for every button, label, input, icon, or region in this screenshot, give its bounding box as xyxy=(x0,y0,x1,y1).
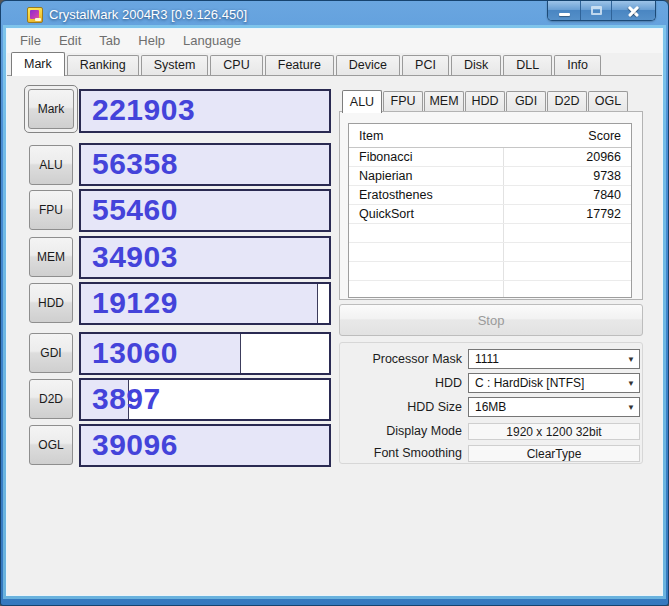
score-box-mem: 34903 xyxy=(79,236,331,279)
hdd-button[interactable]: HDD xyxy=(29,283,73,323)
hdd-label: HDD xyxy=(340,373,462,393)
minimize-icon xyxy=(559,13,570,16)
main-tabstrip: Mark Ranking System CPU Feature Device P… xyxy=(7,53,662,76)
stop-button[interactable]: Stop xyxy=(339,304,643,336)
table-row-empty xyxy=(349,262,631,281)
settings-groupbox: Processor Mask 1111 ▼ HDD C : HardDisk [… xyxy=(339,342,643,464)
gdi-button[interactable]: GDI xyxy=(29,333,73,373)
result-list[interactable]: Item Score Fibonacci 20966 Napierian 973… xyxy=(348,123,632,298)
hdd-combo[interactable]: C : HardDisk [NTFS] ▼ xyxy=(468,373,640,393)
menu-tab[interactable]: Tab xyxy=(90,29,129,53)
font-smoothing-label: Font Smoothing xyxy=(340,445,462,462)
detail-tab-gdi[interactable]: GDI xyxy=(506,91,546,111)
tab-dll[interactable]: DLL xyxy=(503,55,552,75)
score-box-fpu: 55460 xyxy=(79,189,331,232)
row-score: 20966 xyxy=(586,150,631,164)
row-score: 9738 xyxy=(593,169,631,183)
detail-tabstrip: ALU FPU MEM HDD GDI D2D OGL xyxy=(342,89,629,111)
hdd-score-value: 19129 xyxy=(92,285,178,319)
fpu-button[interactable]: FPU xyxy=(29,190,73,230)
tab-pci[interactable]: PCI xyxy=(402,55,449,75)
tab-device[interactable]: Device xyxy=(336,55,400,75)
table-row: Fibonacci 20966 xyxy=(349,148,631,167)
tab-feature[interactable]: Feature xyxy=(265,55,334,75)
combo-value: 16MB xyxy=(475,400,506,414)
row-item: QuickSort xyxy=(349,207,414,221)
tab-ranking[interactable]: Ranking xyxy=(67,55,139,75)
menu-file[interactable]: File xyxy=(11,29,50,53)
score-box-ogl: 39096 xyxy=(79,424,331,467)
tab-disk[interactable]: Disk xyxy=(451,55,501,75)
display-mode-field: 1920 x 1200 32bit xyxy=(468,423,640,440)
mark-button-focus-ring: Mark xyxy=(24,85,78,133)
gdi-score-value: 13060 xyxy=(92,335,178,369)
row-score: 17792 xyxy=(586,207,631,221)
column-header-item: Item xyxy=(349,129,383,143)
combo-value: C : HardDisk [NTFS] xyxy=(475,376,584,390)
window-body: File Edit Tab Help Language Mark Ranking… xyxy=(7,29,662,595)
detail-tab-mem[interactable]: MEM xyxy=(424,91,464,111)
window-title: CrystalMark 2004R3 [0.9.126.450] xyxy=(49,1,247,29)
tab-info[interactable]: Info xyxy=(554,55,601,75)
alu-score-value: 56358 xyxy=(92,146,178,180)
ogl-score-value: 39096 xyxy=(92,427,178,461)
score-box-gdi: 13060 xyxy=(79,332,331,375)
row-item: Napierian xyxy=(349,169,413,183)
window-controls xyxy=(547,1,656,21)
tab-mark[interactable]: Mark xyxy=(11,52,65,76)
close-button[interactable] xyxy=(612,1,655,20)
mark-button[interactable]: Mark xyxy=(28,89,74,129)
table-row: QuickSort 17792 xyxy=(349,205,631,224)
row-item: Eratosthenes xyxy=(349,188,433,202)
tab-cpu[interactable]: CPU xyxy=(210,55,262,75)
titlebar[interactable]: CrystalMark 2004R3 [0.9.126.450] xyxy=(1,1,668,29)
app-icon xyxy=(27,7,43,23)
menu-help[interactable]: Help xyxy=(129,29,174,53)
detail-tab-d2d[interactable]: D2D xyxy=(547,91,587,111)
display-mode-value: 1920 x 1200 32bit xyxy=(506,425,601,439)
score-box-hdd: 19129 xyxy=(79,282,331,325)
table-row: Eratosthenes 7840 xyxy=(349,186,631,205)
maximize-icon xyxy=(591,6,602,15)
menu-edit[interactable]: Edit xyxy=(50,29,90,53)
row-score: 7840 xyxy=(593,188,631,202)
chevron-down-icon: ▼ xyxy=(627,355,635,364)
d2d-score-value: 3897 xyxy=(92,381,161,415)
row-item: Fibonacci xyxy=(349,150,413,164)
chevron-down-icon: ▼ xyxy=(627,379,635,388)
display-mode-label: Display Mode xyxy=(340,423,462,440)
tab-system[interactable]: System xyxy=(141,55,209,75)
table-row: Napierian 9738 xyxy=(349,167,631,186)
mem-button[interactable]: MEM xyxy=(29,237,73,277)
detail-tab-hdd[interactable]: HDD xyxy=(465,91,505,111)
mark-score-value: 221903 xyxy=(92,93,195,127)
hdd-size-combo[interactable]: 16MB ▼ xyxy=(468,397,640,417)
minimize-button[interactable] xyxy=(548,1,581,20)
maximize-button[interactable] xyxy=(581,1,612,20)
fpu-score-value: 55460 xyxy=(92,192,178,226)
table-row-empty xyxy=(349,224,631,243)
score-box-alu: 56358 xyxy=(79,143,331,186)
chevron-down-icon: ▼ xyxy=(627,403,635,412)
result-list-header: Item Score xyxy=(349,124,631,148)
mem-score-value: 34903 xyxy=(92,239,178,273)
close-icon xyxy=(627,4,640,17)
processor-mask-label: Processor Mask xyxy=(340,349,462,369)
detail-tab-alu[interactable]: ALU xyxy=(342,90,382,113)
app-window: CrystalMark 2004R3 [0.9.126.450] File Ed… xyxy=(0,0,669,606)
font-smoothing-value: ClearType xyxy=(527,447,582,461)
alu-button[interactable]: ALU xyxy=(29,145,73,185)
ogl-button[interactable]: OGL xyxy=(29,425,73,465)
detail-tab-ogl[interactable]: OGL xyxy=(588,91,628,111)
processor-mask-combo[interactable]: 1111 ▼ xyxy=(468,349,640,369)
score-box-mark: 221903 xyxy=(79,89,331,133)
menubar: File Edit Tab Help Language xyxy=(7,29,662,53)
screen: CrystalMark 2004R3 [0.9.126.450] File Ed… xyxy=(0,0,669,606)
table-row-empty xyxy=(349,243,631,262)
column-header-score: Score xyxy=(588,129,631,143)
combo-value: 1111 xyxy=(475,352,499,366)
menu-language[interactable]: Language xyxy=(174,29,250,53)
d2d-button[interactable]: D2D xyxy=(29,379,73,419)
detail-tab-fpu[interactable]: FPU xyxy=(383,91,423,111)
font-smoothing-field: ClearType xyxy=(468,445,640,462)
